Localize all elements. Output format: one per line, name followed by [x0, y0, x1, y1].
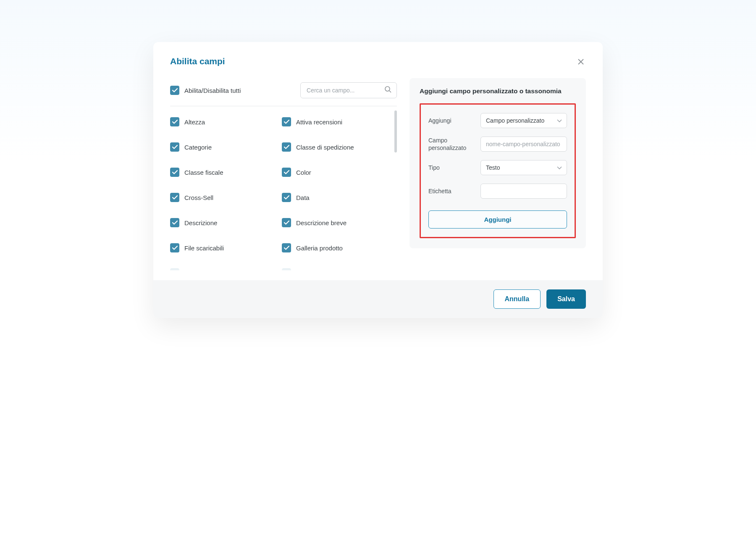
custom-field-panel: Aggiungi campo personalizzato o tassonom… [410, 78, 586, 248]
checkmark-icon [282, 193, 291, 202]
checkmark-icon [282, 268, 291, 274]
checkmark-icon [282, 218, 291, 227]
field-checkbox-item[interactable]: Attiva recensioni [282, 117, 389, 126]
field-type-row: Tipo Testo [428, 160, 567, 175]
checkmark-icon [170, 168, 179, 177]
checkmark-icon [170, 86, 179, 95]
svg-point-2 [385, 87, 390, 91]
field-checkbox-item[interactable]: Descrizione [170, 218, 278, 227]
custom-panel-title: Aggiungi campo personalizzato o tassonom… [420, 87, 576, 95]
field-label: Categorie [184, 144, 212, 151]
field-label: Gestione del magazzino [184, 270, 252, 275]
field-label: Altezza [184, 118, 205, 126]
svg-line-3 [389, 91, 391, 92]
toggle-all-label: Abilita/Disabilita tutti [184, 87, 241, 94]
enable-fields-modal: Abilita campi Abilita/Disabilita tutti [153, 42, 603, 318]
search-input[interactable] [300, 82, 397, 98]
checkmark-icon [282, 168, 291, 177]
field-checkbox-item[interactable]: Data [282, 193, 389, 202]
field-label: Descrizione breve [296, 219, 346, 226]
field-label: Color [296, 169, 311, 176]
checkmark-icon [170, 243, 179, 252]
modal-title: Abilita campi [170, 56, 225, 66]
label-row: Etichetta [428, 184, 567, 199]
field-label: Immagine [296, 270, 324, 275]
checkmark-icon [170, 117, 179, 126]
field-checkbox-item[interactable]: Gestione del magazzino [170, 268, 278, 274]
search-field [300, 82, 397, 98]
label-field-label: Etichetta [428, 187, 475, 195]
checkmark-icon [282, 117, 291, 126]
field-checkbox-item[interactable]: Classe di spedizione [282, 142, 389, 152]
field-checkbox-item[interactable]: File scaricabili [170, 243, 278, 252]
checkmark-icon [170, 193, 179, 202]
field-checkbox-item[interactable]: Cross-Sell [170, 193, 278, 202]
scrollbar[interactable] [394, 110, 397, 152]
field-type-label: Tipo [428, 164, 475, 171]
checkmark-icon [170, 218, 179, 227]
custom-field-form: Aggiungi Campo personalizzato Campo pers… [420, 103, 576, 238]
checkmark-icon [282, 243, 291, 252]
fields-scroll-area: AltezzaAttiva recensioniCategorieClasse … [170, 106, 397, 274]
custom-field-name-label: Campo personalizzato [428, 137, 475, 152]
checkmark-icon [282, 142, 291, 152]
label-input[interactable] [480, 184, 567, 199]
fields-grid: AltezzaAttiva recensioniCategorieClasse … [170, 106, 389, 274]
modal-body: Abilita/Disabilita tutti AltezzaAttiva r… [153, 72, 603, 274]
toggle-all-checkbox-group[interactable]: Abilita/Disabilita tutti [170, 86, 241, 95]
modal-header: Abilita campi [153, 42, 603, 72]
add-type-select[interactable]: Campo personalizzato [480, 113, 567, 128]
add-type-label: Aggiungi [428, 117, 475, 124]
field-checkbox-item[interactable]: Categorie [170, 142, 278, 152]
toggle-all-row: Abilita/Disabilita tutti [170, 76, 397, 106]
field-label: Galleria prodotto [296, 244, 343, 252]
field-label: Descrizione [184, 219, 217, 226]
field-checkbox-item[interactable]: Descrizione breve [282, 218, 389, 227]
custom-field-name-input[interactable] [480, 137, 567, 152]
field-label: Classe di spedizione [296, 144, 354, 151]
field-label: Attiva recensioni [296, 118, 342, 126]
fields-column: Abilita/Disabilita tutti AltezzaAttiva r… [170, 76, 397, 274]
checkmark-icon [170, 142, 179, 152]
field-label: File scaricabili [184, 244, 224, 252]
search-icon [384, 86, 392, 95]
add-type-row: Aggiungi Campo personalizzato [428, 113, 567, 128]
field-label: Cross-Sell [184, 194, 213, 201]
field-checkbox-item[interactable]: Galleria prodotto [282, 243, 389, 252]
checkmark-icon [170, 268, 179, 274]
field-checkbox-item[interactable]: Altezza [170, 117, 278, 126]
field-checkbox-item[interactable]: Immagine [282, 268, 389, 274]
field-checkbox-item[interactable]: Color [282, 168, 389, 177]
field-checkbox-item[interactable]: Classe fiscale [170, 168, 278, 177]
close-icon[interactable] [576, 56, 586, 68]
field-label: Classe fiscale [184, 169, 223, 176]
save-button[interactable]: Salva [546, 289, 586, 309]
modal-footer: Annulla Salva [153, 280, 603, 318]
custom-field-name-row: Campo personalizzato [428, 137, 567, 152]
cancel-button[interactable]: Annulla [494, 289, 541, 309]
field-type-select[interactable]: Testo [480, 160, 567, 175]
add-button[interactable]: Aggiungi [428, 210, 567, 229]
field-label: Data [296, 194, 310, 201]
